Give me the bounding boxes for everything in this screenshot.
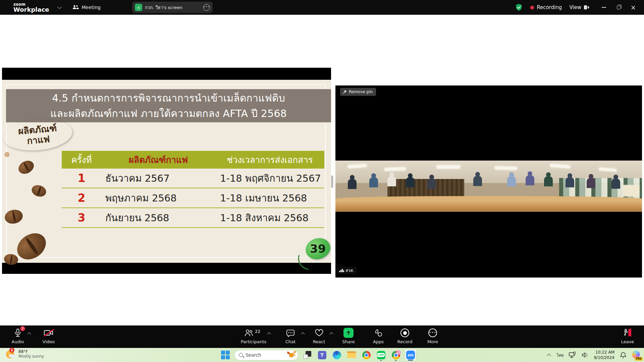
workspace-chevron-down-icon[interactable] (57, 5, 62, 9)
coffee-bean-decoration (3, 208, 24, 225)
apps-icon (374, 329, 383, 337)
participants-options-chevron[interactable] (267, 332, 271, 336)
share-label: Share (342, 339, 355, 344)
react-options-chevron[interactable] (329, 332, 333, 336)
taskbar-app-edge[interactable] (331, 349, 342, 361)
clock[interactable]: 10:22 AM 9/10/2024 (594, 350, 614, 360)
search-box[interactable]: Search (234, 350, 298, 360)
cell-period: 1-18 เมษายน 2568 (215, 190, 324, 206)
tab-meeting[interactable]: Meeting (72, 5, 101, 10)
tag-line1: ผลิตภัณฑ์ (18, 123, 57, 136)
security-shield-icon[interactable] (515, 3, 523, 11)
weather-sun-icon: 1 (5, 349, 15, 359)
cell-round: 2 (62, 191, 101, 204)
schedule-table: ครั้งที่ ผลิตภัณฑ์กาแฟ ช่วงเวลาการส่งเอก… (62, 151, 324, 228)
taskbar-app-explorer[interactable] (346, 349, 357, 361)
brand-workplace: Workplace (13, 7, 49, 13)
taskbar-app-line[interactable]: LINE (375, 349, 387, 361)
temperature: 88°F (18, 349, 44, 354)
shared-screen-view[interactable]: 4.5 กำหนดการการพิจารณาการนำเข้าเมล็ดกาแฟ… (2, 68, 331, 274)
speaker-icon[interactable] (582, 352, 588, 358)
chat-bubble-icon (286, 329, 295, 337)
view-button[interactable]: View (569, 4, 589, 10)
hidden-icons-chevron[interactable] (547, 354, 551, 358)
recording-indicator: Recording (530, 4, 562, 10)
network-display-icon[interactable] (569, 352, 576, 358)
remove-pin-button[interactable]: Remove pin (340, 88, 376, 96)
search-placeholder: Search (246, 352, 284, 358)
remove-pin-label: Remove pin (349, 89, 373, 94)
taskbar-app-chrome-profile[interactable] (390, 349, 401, 361)
search-icon (239, 353, 243, 357)
video-label: Video (43, 339, 55, 344)
meeting-tab-label: Meeting (82, 5, 101, 10)
copilot-button[interactable]: PRE (632, 351, 641, 359)
active-speaker-label: สวส. (337, 266, 357, 274)
close-button[interactable]: × (626, 0, 641, 15)
apps-button[interactable]: Apps (364, 328, 393, 344)
room-curtain (387, 179, 464, 198)
share-button[interactable]: Share (334, 328, 363, 344)
slide-title: 4.5 กำหนดการการพิจารณาการนำเข้าเมล็ดกาแฟ… (6, 89, 331, 122)
leave-door-icon (623, 328, 632, 337)
search-highlight-coffee-icon (287, 351, 296, 359)
audio-alert-badge: ! (20, 326, 25, 331)
leave-button[interactable]: Leave (613, 328, 642, 344)
line-icon: LINE (377, 351, 385, 359)
taskbar-app-squares[interactable] (302, 349, 313, 361)
taskbar-app-teams[interactable]: T (316, 349, 328, 361)
zoom-meeting-window: zoom Workplace Meeting ก กวก. วีธา's scr… (0, 0, 644, 362)
share-options-icon[interactable]: ••• (203, 4, 210, 11)
table-row: 1 ธันวาคม 2567 1-18 พฤศจิกายน 2567 (62, 169, 324, 188)
col-header-period: ช่วงเวลาการส่งเอกสาร (215, 153, 324, 167)
table-row: 3 กันยายน 2568 1-18 สิงหาคม 2568 (62, 208, 324, 228)
share-screen-icon (343, 328, 354, 338)
teams-icon: T (318, 351, 326, 359)
taskbar-app-chrome[interactable] (361, 349, 372, 361)
presentation-slide: 4.5 กำหนดการการพิจารณาการนำเข้าเมล็ดกาแฟ… (2, 80, 331, 263)
panel-resize-handle[interactable] (331, 176, 333, 188)
audio-button[interactable]: ! Audio (3, 328, 32, 344)
record-button[interactable]: Record (390, 328, 419, 344)
meeting-room-video (335, 161, 642, 212)
pinned-video-tile[interactable]: Remove pin (335, 85, 642, 278)
video-button[interactable]: Video (34, 328, 63, 344)
more-button[interactable]: ••• More (418, 328, 447, 344)
window-titlebar: zoom Workplace Meeting ก กวก. วีธา's scr… (0, 0, 644, 15)
pin-icon (343, 90, 347, 94)
more-label: More (427, 339, 438, 344)
recording-label: Recording (537, 4, 562, 10)
sharer-avatar: ก (135, 4, 142, 11)
weather-badge: 1 (9, 348, 14, 353)
meeting-toolbar: ! Audio Video (0, 325, 644, 348)
page-number-text: 39 (310, 242, 326, 255)
participants-count: 22 (255, 329, 261, 334)
tag-pin-icon (5, 152, 9, 157)
react-button[interactable]: React (305, 328, 333, 344)
cell-period: 1-18 พฤศจิกายน 2567 (215, 171, 324, 186)
participants-button[interactable]: 22 Participants (237, 328, 270, 344)
shared-screen-label: กวก. วีธา's screen (145, 4, 201, 11)
participants-label: Participants (241, 339, 266, 344)
cell-month: พฤษภาคม 2568 (101, 190, 215, 206)
chat-options-chevron[interactable] (301, 332, 305, 336)
language-indicator[interactable]: ไทย (556, 352, 564, 358)
audio-options-chevron[interactable] (27, 332, 31, 336)
taskbar-app-zoom[interactable]: zm (405, 349, 416, 361)
notification-bell-icon[interactable] (620, 352, 627, 359)
start-button[interactable] (220, 349, 231, 361)
heart-icon (315, 329, 324, 337)
running-indicator (380, 360, 382, 361)
minimize-icon (602, 7, 606, 8)
coffee-bean-decoration (30, 183, 48, 198)
shared-screen-pill[interactable]: ก กวก. วีธา's screen ••• (132, 2, 213, 13)
cell-month: ธันวาคม 2567 (101, 171, 215, 186)
weather-condition: Mostly sunny (18, 354, 44, 359)
brand-zoom: zoom (13, 2, 49, 6)
meeting-stage: 4.5 กำหนดการการพิจารณาการนำเข้าเมล็ดกาแฟ… (0, 15, 644, 325)
chat-button[interactable]: Chat (276, 328, 305, 344)
weather-widget[interactable]: 1 88°F Mostly sunny (5, 349, 44, 359)
zoom-app-icon: zm (406, 351, 415, 359)
maximize-button[interactable] (611, 0, 626, 15)
minimize-button[interactable] (596, 0, 611, 15)
